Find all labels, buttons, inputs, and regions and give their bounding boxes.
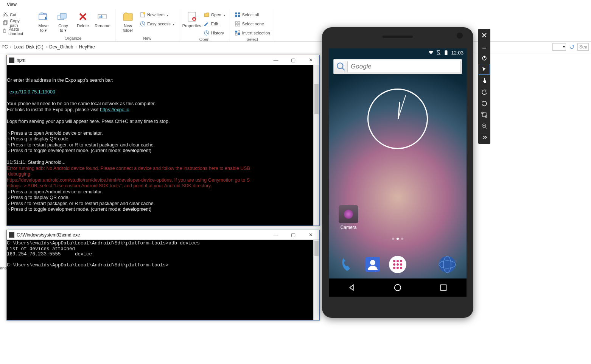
terminal-cmd-scrollbar[interactable] (313, 240, 319, 320)
expo-link[interactable]: exp://10.0.75.1:19000 (9, 89, 55, 95)
history-button[interactable]: History (202, 29, 227, 37)
invert-selection-button[interactable]: Invert selection (233, 29, 272, 37)
history-icon (204, 30, 210, 36)
properties-button[interactable]: Properties (182, 10, 201, 37)
minimize-button[interactable]: — (269, 57, 282, 63)
paste-shortcut-icon (2, 28, 7, 34)
svg-rect-17 (235, 12, 237, 14)
cut-button[interactable]: Cut (2, 11, 29, 19)
emu-more-button[interactable] (478, 132, 490, 143)
emu-touch-button[interactable] (478, 75, 490, 86)
svg-rect-6 (60, 14, 66, 18)
svg-rect-21 (235, 22, 237, 23)
rename-icon: ab (96, 11, 109, 23)
close-button[interactable]: ✕ (304, 57, 317, 63)
maximize-button[interactable]: ▢ (287, 232, 300, 238)
delete-button[interactable]: Delete (73, 10, 92, 33)
svg-rect-26 (238, 31, 240, 33)
breadcrumb-dev[interactable]: Dev_Github (49, 44, 73, 50)
minimize-button[interactable]: — (269, 232, 282, 238)
emu-power-button[interactable] (478, 52, 490, 64)
svg-rect-24 (238, 24, 240, 26)
wifi-icon (428, 50, 434, 55)
apps-drawer-icon[interactable] (388, 255, 407, 274)
breadcrumb-c[interactable]: Local Disk (C:) (14, 44, 44, 50)
group-label-organize: Organize (34, 36, 112, 41)
group-label-open: Open (182, 37, 227, 42)
back-button[interactable] (348, 283, 356, 292)
emu-rotate-right-button[interactable] (478, 98, 490, 109)
recent-button[interactable] (439, 283, 448, 292)
select-none-button[interactable]: Select none (233, 20, 272, 28)
breadcrumb-dropdown[interactable]: ▾ (552, 43, 566, 51)
svg-point-45 (439, 256, 456, 273)
search-input[interactable] (577, 43, 589, 51)
terminal-cmd-title: C:\Windows\system32\cmd.exe (17, 232, 80, 238)
browser-app-icon[interactable] (438, 255, 457, 274)
new-item-button[interactable]: New item (138, 11, 176, 19)
explorer-ribbon: Cut Copy path Paste shortcut Move to ▾ C… (0, 9, 591, 42)
emu-zoom-button[interactable] (478, 120, 490, 132)
clock-widget[interactable] (367, 89, 428, 149)
camera-app[interactable]: Camera (339, 205, 358, 230)
terminal-npm-titlebar[interactable]: npm — ▢ ✕ (7, 55, 319, 65)
svg-rect-49 (441, 285, 446, 291)
terminal-npm-scrollbar[interactable] (313, 65, 319, 226)
svg-rect-31 (446, 50, 447, 51)
copy-to-button[interactable]: Copy to ▾ (54, 10, 73, 33)
paste-shortcut-button[interactable]: Paste shortcut (2, 27, 29, 36)
new-folder-icon (122, 11, 134, 23)
refresh-icon[interactable] (569, 44, 574, 50)
svg-rect-25 (235, 31, 237, 33)
svg-rect-20 (238, 15, 240, 17)
breadcrumb-pc[interactable]: PC (2, 44, 8, 50)
rename-button[interactable]: abRename (93, 10, 112, 33)
tab-view[interactable]: View (4, 2, 20, 7)
terminal-npm-window: npm — ▢ ✕ Or enter this address in the E… (6, 55, 320, 226)
svg-rect-27 (235, 33, 237, 35)
emu-minimize-button[interactable] (478, 41, 490, 52)
easy-access-button[interactable]: Easy access (138, 20, 176, 28)
emu-close-button[interactable] (478, 30, 490, 41)
select-all-button[interactable]: Select all (233, 11, 272, 19)
home-button[interactable] (393, 283, 402, 292)
open-button[interactable]: Open (202, 11, 227, 19)
terminal-cmd-body[interactable]: C:\Users\ewalds\AppData\Local\Android\Sd… (7, 240, 319, 269)
scroll-thumb[interactable] (314, 241, 319, 256)
contacts-app-icon[interactable] (363, 255, 382, 274)
breadcrumb[interactable]: PC› Local Disk (C:)› Dev_Github› HeyFire… (0, 42, 591, 52)
emu-cursor-button[interactable] (478, 64, 490, 75)
emu-rotate-left-button[interactable] (478, 86, 490, 98)
scroll-thumb[interactable] (314, 84, 319, 114)
move-to-button[interactable]: Move to ▾ (34, 10, 53, 33)
breadcrumb-proj[interactable]: HeyFire (79, 44, 95, 50)
svg-rect-52 (484, 56, 485, 58)
svg-text:ab: ab (99, 15, 104, 19)
svg-point-36 (393, 260, 395, 262)
invert-selection-icon (235, 30, 241, 36)
delete-icon (77, 11, 89, 23)
svg-point-48 (395, 285, 401, 291)
copy-path-button[interactable]: Copy path (2, 19, 29, 27)
emu-fullscreen-button[interactable] (478, 109, 490, 120)
terminal-npm-body[interactable]: Or enter this address in the Expo app's … (7, 65, 319, 219)
phone-screen[interactable]: 12:03 Camera (329, 48, 467, 297)
google-search-widget[interactable] (333, 59, 462, 74)
clipboard-column: Cut Copy path Paste shortcut (0, 9, 31, 41)
terminal-npm-title: npm (17, 58, 25, 63)
terminal-cmd-titlebar[interactable]: C:\Windows\system32\cmd.exe — ▢ ✕ (7, 230, 319, 240)
group-organize: Move to ▾ Copy to ▾ Delete abRename Orga… (31, 9, 115, 41)
new-folder-button[interactable]: New folder (118, 10, 137, 33)
maximize-button[interactable]: ▢ (287, 57, 300, 63)
svg-point-10 (143, 12, 145, 14)
terminal-cmd-window: C:\Windows\system32\cmd.exe — ▢ ✕ C:\Use… (6, 230, 320, 320)
phone-app-icon[interactable] (339, 255, 358, 274)
close-button[interactable]: ✕ (304, 232, 317, 238)
explorer-tab-bar: View (0, 0, 591, 9)
google-search-input[interactable] (347, 61, 461, 72)
page-indicator (329, 238, 467, 240)
edit-button[interactable]: Edit (202, 20, 227, 28)
expo-io-link[interactable]: https://expo.io (100, 107, 129, 112)
copy-path-icon (2, 20, 8, 26)
group-label-new: New (118, 36, 176, 41)
